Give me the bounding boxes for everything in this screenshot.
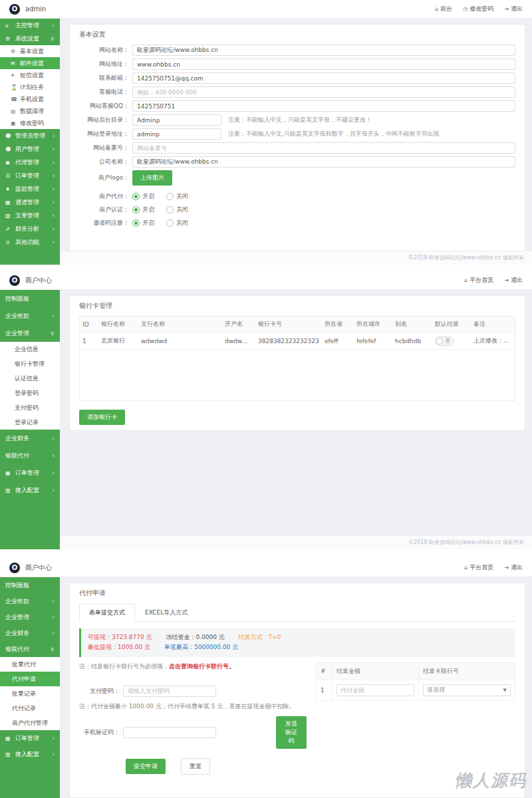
nav-logout[interactable]: 退出 (504, 563, 523, 572)
submenu-cron-tasks[interactable]: 计划任务 (0, 81, 60, 93)
submenu-batch-payout[interactable]: 批量代付 (0, 657, 60, 672)
default-settle-toggle[interactable]: 否 (435, 336, 454, 346)
sidebar-item-access-config[interactable]: 接入配置 (0, 481, 60, 499)
sidebar-item-company-finance[interactable]: 企业财务 (0, 430, 60, 447)
submit-mode-tabs: 表单提交方式 EXCEL导入方式 (79, 603, 515, 622)
sidebar-item-withdraw-manage[interactable]: 提款管理 (0, 182, 60, 196)
submit-request-button[interactable]: 提交申请 (126, 759, 166, 774)
submenu-payout-request[interactable]: 代付申请 (0, 672, 60, 686)
submenu-change-password[interactable]: 修改密码 (0, 117, 60, 129)
icp-number-input[interactable] (132, 142, 515, 154)
sidebar-item-dashboard[interactable]: 控制面板 (0, 290, 60, 307)
sidebar-item-dashboard[interactable]: 控制面板 (0, 577, 60, 593)
bank-number-select[interactable]: 请选择▼ (423, 684, 511, 696)
sidebar: 控制面板 企业收款 企业管理 企业财务 银联代付 批量代付 代付申请 批量记录 … (0, 577, 60, 798)
nav-logout[interactable]: 退出 (504, 276, 523, 285)
submenu-login-records[interactable]: 登录记录 (0, 415, 60, 430)
reset-button[interactable]: 重置 (181, 758, 210, 775)
add-bankcard-button[interactable]: 添加银行卡 (79, 410, 125, 425)
admin-settings-panel: O admin 前台 修改密码 退出 主控管理 系统设置 基本设置 邮件设置 短… (0, 0, 532, 265)
upload-image-button[interactable]: 上传图片 (132, 170, 172, 186)
frozen-balance: 冻结资金：0.0000 元 (166, 634, 224, 640)
nav-platform-home[interactable]: 平台首页 (464, 276, 493, 285)
nav-change-password[interactable]: 修改密码 (463, 5, 493, 13)
site-url-input[interactable] (132, 59, 515, 70)
submenu-batch-records[interactable]: 批量记录 (0, 686, 60, 701)
service-phone-input[interactable] (132, 86, 515, 98)
sidebar-item-main-control[interactable]: 主控管理 (0, 19, 60, 32)
tab-excel-import[interactable]: EXCEL导入方式 (135, 604, 198, 622)
radio-on[interactable]: 开启 (132, 205, 154, 214)
contact-email-input[interactable] (132, 72, 515, 84)
chevron-left-icon (52, 225, 55, 232)
sidebar-item-order-manage[interactable]: 订单管理 (0, 169, 60, 182)
tab-form-submit[interactable]: 表单提交方式 (79, 604, 135, 622)
sidebar-item-company-receipts[interactable]: 企业收款 (0, 593, 60, 609)
sidebar-item-channel-manage[interactable]: 通道管理 (0, 196, 60, 209)
sidebar-item-agent-manage[interactable]: 代理管理 (0, 156, 60, 169)
submenu-company-info[interactable]: 企业信息 (0, 342, 60, 356)
submenu-login-password[interactable]: 登录密码 (0, 386, 60, 400)
sidebar-item-company-receipts[interactable]: 企业收款 (0, 307, 60, 325)
sidebar-item-company-manage[interactable]: 企业管理 (0, 325, 60, 342)
radio-selected-icon (132, 193, 140, 200)
merchant-payout-panel: O 商户中心 平台首页 退出 控制面板 企业收款 企业管理 企业财务 银联代付 … (0, 559, 532, 798)
pay-password-input[interactable] (123, 686, 216, 697)
radio-off[interactable]: 关闭 (166, 219, 188, 227)
submenu-bankcard-manage[interactable]: 银行卡管理 (0, 356, 60, 371)
sidebar-item-system-settings[interactable]: 系统设置 (0, 32, 60, 45)
submenu-data-clean[interactable]: 数据清理 (0, 105, 60, 117)
submenu-mobile-settings[interactable]: 手机设置 (0, 93, 60, 105)
nav-frontend[interactable]: 前台 (435, 5, 452, 13)
submenu-sms-settings[interactable]: 短信设置 (0, 69, 60, 81)
sidebar-item-other-functions[interactable]: 其他功能 (0, 235, 60, 249)
nav-logout[interactable]: 退出 (504, 5, 523, 13)
login-url-input[interactable] (132, 128, 221, 140)
table-row: 1 北京银行 wdwdwd dwdw... 3828382323232323 e… (80, 332, 515, 350)
cell-card-number: 3828382323232323 (255, 332, 322, 350)
invite-reg-radio-group: 开启 关闭 (132, 219, 188, 227)
header: O admin 前台 修改密码 退出 (0, 0, 532, 19)
sms-code-input[interactable] (123, 727, 216, 738)
home-icon (5, 23, 13, 29)
sidebar-item-admin-manage[interactable]: 管理员管理 (0, 129, 60, 142)
submenu-merchant-payout-manage[interactable]: 商户代付管理 (0, 716, 60, 730)
send-sms-code-button[interactable]: 发送验证码 (276, 716, 307, 749)
company-name-input[interactable] (132, 156, 515, 168)
lock-icon (11, 120, 18, 126)
sidebar-item-company-finance[interactable]: 企业财务 (0, 625, 60, 641)
sidebar-item-finance-analysis[interactable]: 财务分析 (0, 222, 60, 235)
sidebar-item-access-config[interactable]: 接入配置 (0, 746, 60, 762)
sidebar-item-unionpay-payout[interactable]: 银联代付 (0, 641, 60, 657)
radio-unselected-icon (166, 193, 174, 200)
chevron-left-icon (52, 199, 55, 205)
query-bank-number-link[interactable]: 点击查询银行卡联行号。 (169, 663, 235, 670)
sidebar-item-order-manage[interactable]: 订单管理 (0, 730, 60, 746)
service-qq-input[interactable] (132, 100, 515, 112)
radio-off[interactable]: 关闭 (166, 192, 188, 201)
submenu-pay-password[interactable]: 支付密码 (0, 400, 60, 415)
nav-platform-home[interactable]: 平台首页 (464, 563, 493, 572)
sidebar-item-article-manage[interactable]: 文章管理 (0, 209, 60, 222)
admin-dir-input[interactable] (132, 114, 221, 126)
payout-amount-input[interactable] (336, 684, 414, 696)
field-label: 商户代付： (79, 193, 132, 200)
payout-request-card: 代付申请 表单提交方式 EXCEL导入方式 可提现：3723.8770 元 冻结… (69, 583, 525, 798)
book-icon (5, 213, 13, 219)
site-name-input[interactable] (132, 45, 515, 56)
sidebar-item-company-manage[interactable]: 企业管理 (0, 609, 60, 625)
radio-on[interactable]: 开启 (132, 192, 154, 201)
submenu-mail-settings[interactable]: 邮件设置 (0, 57, 60, 69)
chevron-left-icon (52, 469, 55, 476)
submenu-auth-info[interactable]: 认证信息 (0, 371, 60, 386)
sidebar-item-order-manage[interactable]: 订单管理 (0, 464, 60, 481)
submenu-basic-settings[interactable]: 基本设置 (0, 45, 60, 57)
radio-off[interactable]: 关闭 (166, 205, 188, 214)
submenu-payout-records[interactable]: 代付记录 (0, 701, 60, 716)
sidebar-item-unionpay-payout[interactable]: 银联代付 (0, 447, 60, 464)
radio-on[interactable]: 开启 (132, 219, 154, 227)
merchant-pay-radio-group: 开启 关闭 (132, 192, 188, 201)
sidebar-item-user-manage[interactable]: 用户管理 (0, 142, 60, 156)
settle-table: # 结算金额 结算卡联行号 1 请选择▼ (316, 662, 515, 701)
field-label: 客服电话： (79, 88, 132, 95)
